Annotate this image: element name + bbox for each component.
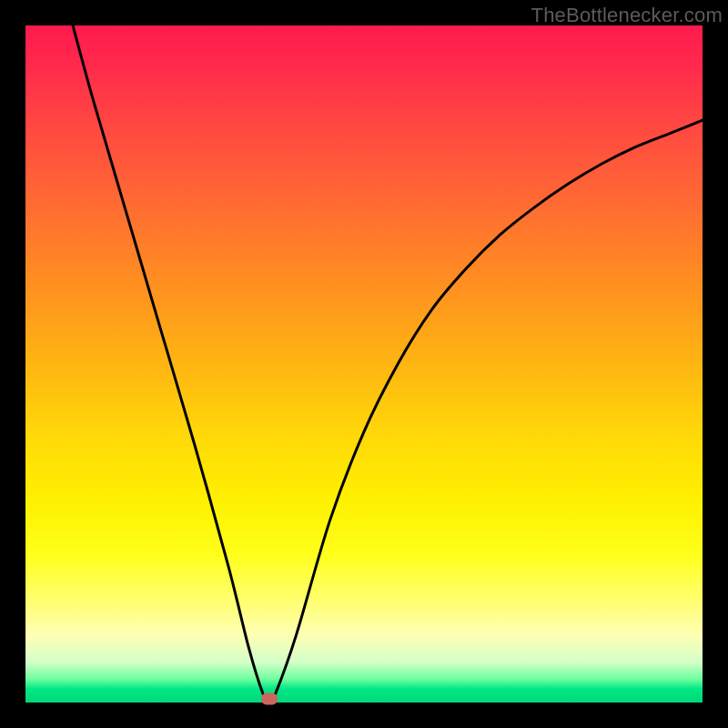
chart-frame: TheBottlenecker.com [0,0,728,728]
watermark: TheBottlenecker.com [531,4,723,27]
bottleneck-curve [25,25,703,703]
optimal-point-marker [261,693,278,705]
plot-area [25,25,703,703]
